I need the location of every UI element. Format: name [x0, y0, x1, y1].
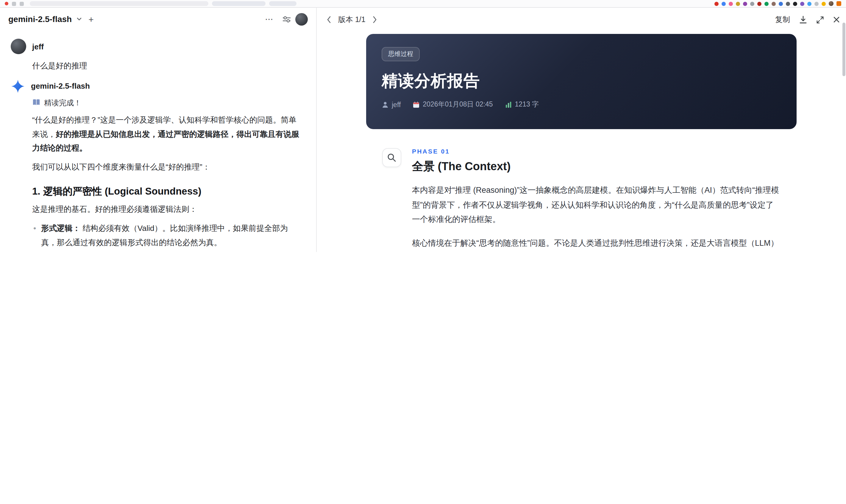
user-message-block: jeff 什么是好的推理 [11, 39, 303, 73]
status-text: 精读完成！ [44, 98, 81, 108]
browser-extension-icon[interactable] [793, 1, 797, 6]
phase-paragraph: 核心情境在于解决“思考的随意性”问题。不论是人类通过批判性思维进行决策，还是大语… [412, 236, 780, 252]
browser-extension-icon[interactable] [750, 1, 754, 6]
browser-extensions [715, 1, 841, 6]
meta-author: jeff [382, 101, 401, 108]
user-name: jeff [32, 42, 44, 51]
close-icon[interactable] [833, 16, 840, 23]
version-next-button[interactable] [371, 15, 378, 24]
scrollbar-thumb[interactable] [842, 23, 845, 76]
search-pill[interactable] [269, 1, 297, 6]
app-window: gemini-2.5-flash + ⋯ jeff [0, 8, 846, 252]
assistant-message-block: gemini-2.5-flash 精读完成！ “什么是好的推理？”这是一个涉及逻… [11, 79, 303, 252]
chevron-down-icon[interactable] [76, 16, 82, 22]
meta-word-count: 1213 字 [505, 100, 539, 109]
browser-extension-icon[interactable] [743, 1, 747, 6]
word-count-icon [505, 101, 512, 108]
user-avatar [11, 39, 26, 54]
browser-extension-icon[interactable] [757, 1, 761, 6]
report-document: 思维过程 精读分析报告 jeff 2026年01月08日 02:45 [366, 32, 797, 252]
browser-menu-icon[interactable] [12, 1, 16, 6]
phase-paragraph: 本内容是对“推理 (Reasoning)”这一抽象概念的高层建模。在知识爆炸与人… [412, 183, 780, 227]
screen: gemini-2.5-flash + ⋯ jeff [0, 0, 846, 252]
browser-apps-icon[interactable] [20, 1, 24, 6]
artifact-content: 思维过程 精读分析报告 jeff 2026年01月08日 02:45 [317, 32, 846, 252]
expand-icon[interactable] [816, 16, 824, 23]
version-prev-button[interactable] [325, 15, 333, 24]
section-heading: 1. 逻辑的严密性 (Logical Soundness) [32, 185, 303, 198]
browser-tab-strip[interactable] [30, 1, 208, 6]
meta-date: 2026年01月08日 02:45 [412, 100, 493, 109]
chat-messages: jeff 什么是好的推理 gemini-2.5-flash [0, 30, 316, 252]
browser-extension-icon[interactable] [807, 1, 811, 6]
phase-label: PHASE 01 [412, 148, 780, 155]
copy-button[interactable]: 复制 [775, 15, 790, 25]
assistant-intro: “什么是好的推理？”这是一个涉及逻辑学、认知科学和哲学核心的问题。简单来说，好的… [32, 113, 303, 156]
browser-extension-icon[interactable] [779, 1, 783, 6]
browser-extension-icon[interactable] [822, 1, 826, 6]
gemini-icon [11, 79, 25, 93]
message-header: jeff [11, 39, 303, 54]
address-bar[interactable] [212, 1, 266, 6]
report-meta: jeff 2026年01月08日 02:45 1213 字 [382, 100, 781, 109]
calendar-icon [412, 101, 420, 108]
browser-extension-icon[interactable] [800, 1, 804, 6]
report-title: 精读分析报告 [382, 70, 781, 92]
chat-panel: gemini-2.5-flash + ⋯ jeff [0, 8, 317, 252]
list-item: 不自相矛盾： 推理链条中不能出现“既是又非”的情况。 [32, 250, 303, 252]
record-icon[interactable] [5, 2, 8, 5]
browser-extension-icon[interactable] [814, 1, 818, 6]
profile-icon[interactable] [829, 1, 833, 6]
user-message-text: 什么是好的推理 [32, 59, 303, 73]
artifact-actions: 复制 [775, 15, 840, 25]
account-avatar[interactable] [295, 13, 308, 25]
browser-extension-icon[interactable] [736, 1, 740, 6]
list-item: 形式逻辑： 结构必须有效（Valid）。比如演绎推理中，如果前提全部为真，那么通… [32, 221, 303, 250]
artifact-toolbar: 版本 1/1 复制 [317, 8, 846, 32]
more-options-button[interactable]: ⋯ [265, 14, 274, 24]
phase-title: 全景 (The Context) [412, 159, 780, 174]
browser-extension-icon[interactable] [729, 1, 733, 6]
browser-extension-icon[interactable] [772, 1, 776, 6]
model-selector[interactable]: gemini-2.5-flash [8, 14, 72, 24]
hero-badge: 思维过程 [382, 47, 420, 61]
browser-extension-icon[interactable] [786, 1, 790, 6]
new-chat-button[interactable]: + [88, 14, 94, 24]
version-label: 版本 1/1 [338, 15, 366, 25]
browser-action-icon[interactable] [836, 1, 841, 6]
phase-section: PHASE 01 全景 (The Context) 本内容是对“推理 (Reas… [366, 147, 797, 252]
assistant-message-body: 精读完成！ “什么是好的推理？”这是一个涉及逻辑学、认知科学和哲学核心的问题。简… [32, 98, 303, 252]
chat-header: gemini-2.5-flash + ⋯ [0, 8, 316, 30]
browser-extension-icon[interactable] [722, 1, 726, 6]
assistant-overview: 我们可以从以下四个维度来衡量什么是“好的推理”： [32, 160, 303, 174]
user-icon [382, 101, 389, 108]
magnifier-icon [382, 148, 401, 167]
section-lead: 这是推理的基石。好的推理必须遵循逻辑法则： [32, 203, 303, 217]
message-header: gemini-2.5-flash [11, 79, 303, 93]
status-line: 精读完成！ [32, 98, 303, 108]
report-hero: 思维过程 精读分析报告 jeff 2026年01月08日 02:45 [366, 34, 797, 129]
browser-extension-icon[interactable] [764, 1, 769, 6]
bullet-list: 形式逻辑： 结构必须有效（Valid）。比如演绎推理中，如果前提全部为真，那么通… [32, 221, 303, 252]
assistant-name: gemini-2.5-flash [31, 82, 90, 91]
browser-chrome [0, 0, 846, 8]
book-icon [32, 99, 40, 108]
browser-extension-icon[interactable] [715, 1, 719, 6]
tune-icon[interactable] [282, 15, 291, 23]
artifact-panel: 版本 1/1 复制 [317, 8, 846, 252]
download-icon[interactable] [799, 16, 807, 24]
